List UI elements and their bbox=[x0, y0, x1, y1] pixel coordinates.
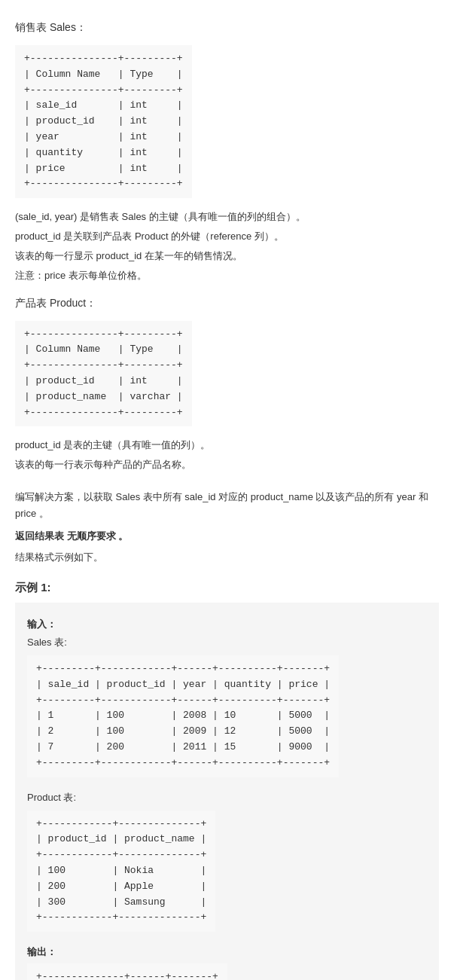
product-example-label: Product 表: bbox=[27, 789, 427, 806]
product-table-title: 产品表 Product： bbox=[15, 297, 439, 310]
product-example-table: +------------+--------------+ | product_… bbox=[27, 811, 215, 933]
sales-table-title: 销售表 Sales： bbox=[15, 21, 439, 35]
sales-example-label: Sales 表: bbox=[27, 634, 427, 651]
task-section: 编写解决方案，以获取 Sales 表中所有 sale_id 对应的 produc… bbox=[15, 489, 439, 566]
task-desc-2: 返回结果表 无顺序要求 。 bbox=[15, 528, 439, 545]
task-desc-1: 编写解决方案，以获取 Sales 表中所有 sale_id 对应的 produc… bbox=[15, 489, 439, 522]
input-label: 输入： bbox=[27, 618, 427, 631]
sales-desc-2: product_id 是关联到产品表 Product 的外键（reference… bbox=[15, 228, 439, 245]
product-desc-2: 该表的每一行表示每种产品的产品名称。 bbox=[15, 456, 439, 473]
sales-desc-1: (sale_id, year) 是销售表 Sales 的主键（具有唯一值的列的组… bbox=[15, 209, 439, 225]
product-table-code: +---------------+---------+ | Column Nam… bbox=[15, 321, 192, 427]
page-container: 销售表 Sales： +---------------+---------+ |… bbox=[15, 21, 439, 980]
example-block: 输入： Sales 表: +---------+------------+---… bbox=[15, 603, 439, 980]
output-label: 输出： bbox=[27, 945, 427, 959]
example-title: 示例 1: bbox=[15, 581, 439, 595]
example-section: 示例 1: 输入： Sales 表: +---------+----------… bbox=[15, 581, 439, 980]
sales-desc-4: 注意：price 表示每单位价格。 bbox=[15, 267, 439, 284]
output-table: +--------------+------+-------+ | produc… bbox=[27, 963, 227, 980]
sales-section: 销售表 Sales： +---------------+---------+ |… bbox=[15, 21, 439, 285]
product-desc-1: product_id 是表的主键（具有唯一值的列）。 bbox=[15, 437, 439, 453]
sales-desc-3: 该表的每一行显示 product_id 在某一年的销售情况。 bbox=[15, 248, 439, 264]
sales-example-table: +---------+------------+------+---------… bbox=[27, 655, 339, 777]
product-section: 产品表 Product： +---------------+---------+… bbox=[15, 297, 439, 474]
sales-table-code: +---------------+---------+ | Column Nam… bbox=[15, 45, 192, 198]
task-desc-3: 结果格式示例如下。 bbox=[15, 549, 439, 566]
